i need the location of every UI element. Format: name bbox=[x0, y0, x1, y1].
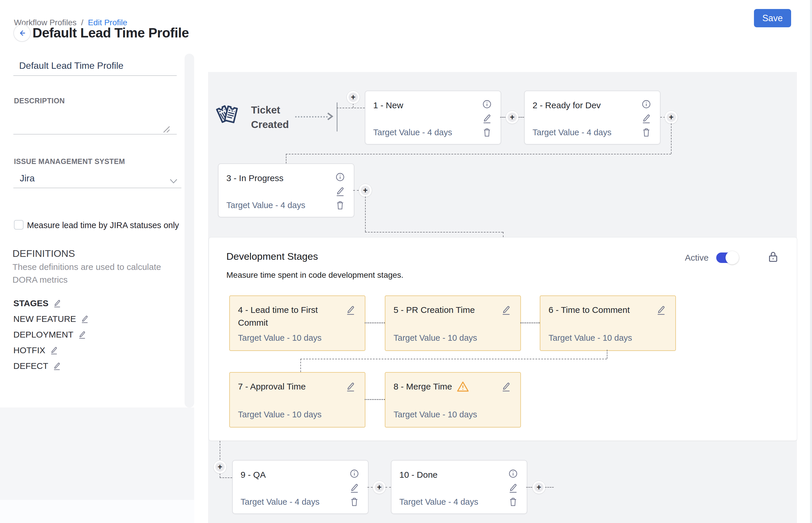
connector bbox=[367, 487, 373, 488]
connector bbox=[526, 487, 532, 488]
add-stage-button[interactable]: + bbox=[532, 481, 546, 494]
dev-stage-title: 6 - Time to Comment bbox=[548, 304, 630, 317]
sidebar-item-hotfix: HOTFIX bbox=[13, 345, 58, 355]
definitions-subtitle: These definitions are used to calculate … bbox=[13, 260, 163, 286]
jira-statuses-checkbox-label: Measure lead time by JIRA statuses only bbox=[27, 221, 179, 230]
ticket-icon bbox=[216, 101, 241, 130]
connector bbox=[353, 190, 359, 191]
stage-title: 9 - QA bbox=[240, 470, 266, 480]
stage-card-in-progress: 3 - In Progress Target Value - 4 days bbox=[218, 163, 354, 217]
edit-icon[interactable] bbox=[642, 113, 651, 124]
edit-icon[interactable] bbox=[501, 381, 511, 392]
sidebar-scrollbar[interactable] bbox=[184, 54, 194, 408]
category-label: DEFECT bbox=[13, 361, 48, 371]
category-label: NEW FEATURE bbox=[13, 314, 76, 324]
delete-icon[interactable] bbox=[335, 200, 345, 211]
edit-icon[interactable] bbox=[656, 305, 666, 315]
column-line bbox=[337, 103, 338, 131]
edit-stages-icon[interactable] bbox=[53, 299, 61, 308]
connector bbox=[503, 232, 504, 237]
edit-icon[interactable] bbox=[346, 305, 356, 315]
connector bbox=[220, 474, 220, 477]
sidebar-footer-area-lower bbox=[0, 500, 194, 523]
connector bbox=[300, 359, 301, 372]
start-connector bbox=[295, 116, 328, 118]
sidebar-item-defect: DEFECT bbox=[13, 361, 61, 371]
workflow-canvas: Ticket Created + 1 - New Target Value - … bbox=[208, 72, 797, 523]
connector bbox=[365, 232, 503, 233]
info-icon[interactable] bbox=[349, 469, 359, 479]
save-button[interactable]: Save bbox=[754, 9, 791, 27]
dev-stage-target-value: Target Value - 10 days bbox=[548, 333, 632, 343]
dev-stage-title: 8 - Merge Time bbox=[394, 380, 452, 393]
add-stage-button[interactable]: + bbox=[373, 481, 386, 494]
development-stages-panel: Development Stages Measure time spent in… bbox=[209, 237, 797, 441]
edit-new-feature-icon[interactable] bbox=[81, 314, 89, 323]
connector bbox=[337, 108, 365, 108]
edit-hotfix-icon[interactable] bbox=[50, 346, 58, 355]
category-label: DEPLOYMENT bbox=[13, 330, 73, 340]
edit-icon[interactable] bbox=[508, 483, 518, 493]
delete-icon[interactable] bbox=[349, 497, 359, 507]
delete-icon[interactable] bbox=[642, 127, 651, 138]
lock-icon[interactable] bbox=[768, 251, 779, 264]
info-icon[interactable] bbox=[482, 99, 492, 109]
connector bbox=[545, 487, 554, 488]
edit-defect-icon[interactable] bbox=[53, 362, 61, 370]
active-label: Active bbox=[685, 253, 709, 263]
active-toggle[interactable] bbox=[716, 253, 737, 263]
dev-stage-target-value: Target Value - 10 days bbox=[238, 410, 322, 419]
description-textarea[interactable] bbox=[13, 102, 177, 134]
connector bbox=[607, 350, 608, 359]
definitions-title: DEFINITIONS bbox=[13, 248, 75, 259]
dev-stage-title: 5 - PR Creation Time bbox=[394, 304, 475, 317]
add-stage-button[interactable]: + bbox=[665, 111, 678, 124]
delete-icon[interactable] bbox=[482, 127, 492, 138]
connector bbox=[385, 487, 391, 488]
stage-card-ready-for-dev: 2 - Ready for Dev Target Value - 4 days bbox=[524, 91, 661, 145]
info-icon[interactable] bbox=[508, 469, 518, 479]
connector bbox=[220, 441, 220, 460]
add-stage-button[interactable]: + bbox=[213, 460, 227, 474]
jira-statuses-checkbox[interactable] bbox=[14, 220, 23, 230]
edit-icon[interactable] bbox=[482, 113, 492, 124]
connector bbox=[365, 322, 385, 323]
stage-card-qa: 9 - QA Target Value - 4 days bbox=[232, 460, 368, 514]
add-stage-button[interactable]: + bbox=[359, 184, 372, 197]
connector bbox=[365, 399, 385, 400]
sidebar-footer-area bbox=[0, 408, 194, 500]
dev-stage-card-merge-time: 8 - Merge Time Target Value - 10 days bbox=[385, 372, 521, 428]
sidebar-item-new-feature: NEW FEATURE bbox=[13, 314, 89, 324]
panel-subtitle: Measure time spent in code development s… bbox=[227, 270, 403, 280]
edit-deployment-icon[interactable] bbox=[78, 330, 86, 339]
add-stage-button[interactable]: + bbox=[346, 91, 360, 104]
warning-icon bbox=[457, 381, 469, 392]
ims-selected-value: Jira bbox=[20, 173, 35, 184]
info-icon[interactable] bbox=[335, 172, 345, 182]
edit-icon[interactable] bbox=[501, 305, 511, 315]
connector bbox=[220, 477, 232, 478]
edit-icon[interactable] bbox=[349, 483, 359, 493]
connector bbox=[300, 359, 607, 359]
panel-active-control: Active bbox=[685, 251, 737, 265]
page-title: Default Lead Time Profile bbox=[33, 25, 189, 41]
connector bbox=[286, 154, 671, 155]
issue-management-system-select[interactable]: Jira bbox=[13, 173, 181, 188]
delete-icon[interactable] bbox=[508, 497, 518, 507]
resize-handle-icon[interactable] bbox=[163, 125, 170, 134]
page-scrollbar[interactable] bbox=[810, 0, 812, 523]
connector bbox=[671, 123, 671, 154]
stage-target-value: Target Value - 4 days bbox=[399, 497, 478, 507]
add-stage-button[interactable]: + bbox=[506, 111, 519, 124]
edit-icon[interactable] bbox=[346, 381, 356, 392]
info-icon[interactable] bbox=[642, 99, 651, 109]
connector bbox=[500, 117, 506, 118]
sidebar-item-deployment: DEPLOYMENT bbox=[13, 330, 86, 340]
sidebar-item-stages: STAGES bbox=[13, 299, 61, 308]
stage-target-value: Target Value - 4 days bbox=[373, 128, 452, 137]
dev-stage-target-value: Target Value - 10 days bbox=[394, 410, 477, 419]
edit-icon[interactable] bbox=[335, 186, 345, 197]
profile-name-input[interactable] bbox=[13, 57, 177, 76]
stage-card-new: 1 - New Target Value - 4 days bbox=[365, 91, 501, 145]
back-button[interactable] bbox=[13, 24, 31, 42]
